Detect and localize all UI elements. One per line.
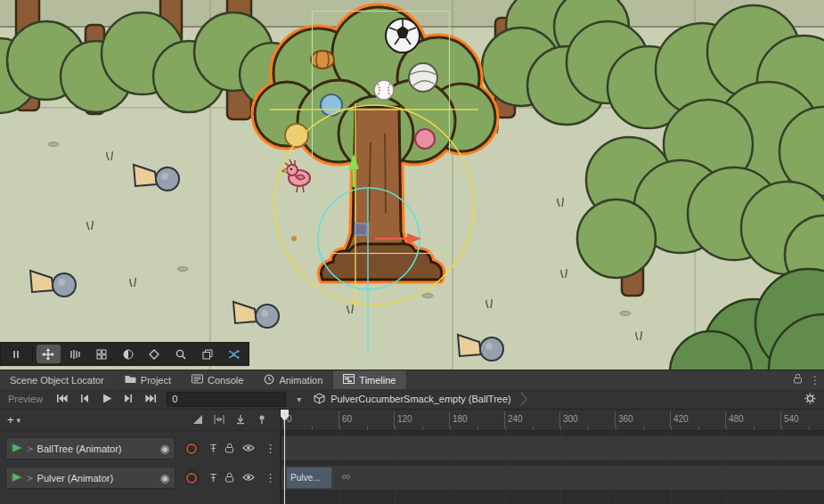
track-arrow-icon: ≻	[27, 444, 34, 453]
next-frame-button[interactable]	[118, 389, 140, 409]
view-tool-button[interactable]	[4, 345, 29, 363]
tab-scene-object-locator[interactable]: Scene Object Locator	[0, 370, 115, 389]
scene-toolbar	[0, 342, 249, 366]
tab-animation[interactable]: Animation	[254, 370, 333, 389]
track-header[interactable]: ≻ BallTree (Animator) ◉	[5, 437, 175, 459]
timeline-toolbar: Preview 0 ▾ PulverCucumberSmack_empty (B…	[0, 389, 824, 410]
timeline-lanes[interactable]: Pulve... ∞	[281, 431, 824, 504]
track-menu-button[interactable]: ⋮	[265, 442, 276, 455]
ruler-label: 480	[729, 414, 744, 424]
plus-icon: +	[7, 413, 14, 427]
sphere-tool-button[interactable]	[116, 345, 141, 363]
pane-menu-button[interactable]: ⋮	[806, 370, 824, 389]
track-arrow-icon: ≻	[27, 474, 34, 483]
tilemap-tool-button[interactable]	[89, 345, 114, 363]
chevron-down-icon: ▾	[17, 416, 21, 425]
breadcrumb[interactable]: PulverCucumberSmack_empty (BallTree)	[314, 392, 527, 406]
track-row-balltree: ≻ BallTree (Animator) ◉ Ŧ ⋮	[5, 436, 276, 460]
target-icon[interactable]: ◉	[160, 472, 169, 484]
timeline-options-dropdown[interactable]: ▾	[297, 394, 301, 404]
timeline-track-panel: + ▾ ≻ BallTree (Animator) ◉ Ŧ	[0, 410, 281, 504]
pin-icon[interactable]: Ŧ	[210, 443, 216, 455]
track-row-pulver: ≻ Pulver (Animator) ◉ Ŧ ⋮	[5, 466, 276, 490]
ruler-label: 60	[342, 414, 352, 424]
animator-track-icon	[12, 443, 23, 455]
shuffle-tool-button[interactable]	[221, 345, 246, 363]
tilemap-tool-icon	[96, 349, 107, 360]
tab-timeline[interactable]: Timeline	[333, 370, 406, 389]
next-frame-icon	[123, 394, 135, 405]
move-tool-button[interactable]	[37, 345, 61, 363]
previous-frame-button[interactable]	[73, 389, 95, 409]
yellow-ball	[285, 124, 308, 147]
edit-mode-replace-icon[interactable]	[235, 412, 246, 428]
ruler-label: 180	[453, 414, 468, 424]
ruler-label: 360	[618, 414, 633, 424]
goto-beginning-icon	[56, 394, 68, 405]
sphere-tool-icon	[123, 349, 134, 360]
animator-track-icon	[12, 472, 23, 484]
lock-icon[interactable]	[224, 443, 234, 455]
goto-beginning-button[interactable]	[51, 389, 73, 409]
console-icon	[192, 374, 203, 386]
tab-project[interactable]: Project	[115, 370, 182, 389]
frame-number-value: 0	[172, 394, 177, 404]
tab-label: Timeline	[359, 375, 396, 386]
loop-infinity-icon: ∞	[342, 470, 350, 482]
stamp-tool-button[interactable]	[142, 345, 167, 363]
pin-icon[interactable]: Ŧ	[210, 472, 216, 484]
tab-label: Console	[208, 375, 243, 386]
baseball	[374, 80, 394, 100]
preview-toggle-button[interactable]: Preview	[0, 394, 51, 404]
add-track-button[interactable]: + ▾	[7, 413, 20, 427]
play-icon	[102, 394, 112, 405]
track-header[interactable]: ≻ Pulver (Animator) ◉	[5, 467, 175, 489]
pane-lock-button[interactable]	[788, 370, 806, 389]
edit-mode-ripple-icon[interactable]	[214, 412, 224, 428]
frame-number-field[interactable]: 0	[167, 392, 286, 407]
lock-icon[interactable]	[224, 472, 234, 484]
eye-icon[interactable]	[242, 473, 255, 484]
move-tool-icon	[42, 348, 54, 361]
goto-end-icon	[145, 394, 157, 405]
tab-label: Scene Object Locator	[10, 375, 104, 386]
soccer-ball	[386, 19, 420, 53]
search-tool-button[interactable]	[168, 345, 193, 363]
timeline-ruler[interactable]: 0 60 120 180 240 300 360 420 480 540	[281, 410, 824, 431]
lane-balltree[interactable]	[281, 436, 824, 460]
scene-view[interactable]	[0, 0, 824, 370]
tab-console[interactable]: Console	[182, 370, 254, 389]
track-panel-header: + ▾	[0, 410, 280, 431]
track-menu-button[interactable]: ⋮	[265, 471, 276, 484]
unlock-icon	[793, 373, 803, 386]
target-icon[interactable]: ◉	[160, 443, 169, 455]
track-name: Pulver (Animator)	[37, 473, 114, 484]
clock-icon	[264, 374, 274, 386]
scene-canvas[interactable]	[0, 0, 824, 370]
kebab-menu-icon: ⋮	[810, 374, 820, 386]
timeline-settings-button[interactable]	[804, 393, 816, 406]
markers-toggle-icon[interactable]	[257, 412, 267, 428]
record-button[interactable]	[184, 470, 200, 485]
record-button[interactable]	[184, 441, 200, 456]
timeline-body: + ▾ ≻ BallTree (Animator) ◉ Ŧ	[0, 410, 824, 504]
rig-tool-button[interactable]	[62, 345, 87, 363]
play-button[interactable]	[95, 389, 118, 409]
ruler-label: 120	[397, 414, 412, 424]
stamp-tool-icon	[149, 349, 159, 360]
record-icon	[186, 443, 197, 454]
ruler-label: 540	[784, 414, 799, 424]
timeline-icon	[343, 374, 355, 386]
goto-end-button[interactable]	[140, 389, 162, 409]
layers-tool-button[interactable]	[195, 345, 220, 363]
pumpkin-prop	[311, 51, 334, 69]
animation-clip[interactable]: Pulve...	[286, 467, 332, 489]
view-tool-icon	[11, 349, 21, 360]
playhead-line[interactable]	[284, 410, 285, 504]
edit-mode-mix-icon[interactable]	[192, 412, 203, 428]
eye-icon[interactable]	[242, 443, 255, 454]
ruler-label: 420	[673, 414, 689, 424]
move-gizmo-plane-handle[interactable]	[355, 224, 367, 235]
breadcrumb-chevron-icon	[520, 392, 527, 406]
lane-pulver[interactable]: Pulve... ∞	[281, 466, 824, 490]
